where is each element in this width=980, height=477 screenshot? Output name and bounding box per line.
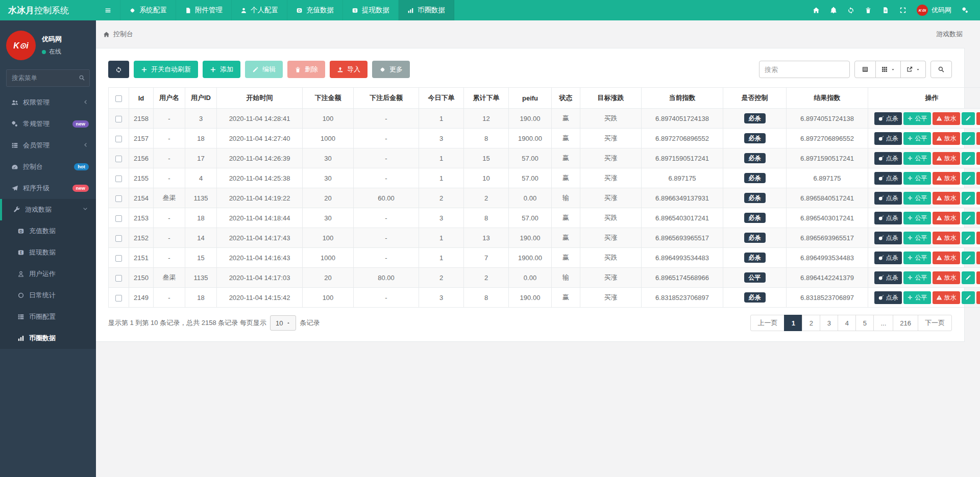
search-button[interactable] [930, 61, 952, 78]
row-checkbox[interactable] [115, 136, 122, 142]
delete-button[interactable] [976, 252, 980, 264]
page-3[interactable]: 3 [820, 315, 838, 331]
column-header[interactable]: 今日下单 [419, 88, 464, 109]
release-button[interactable]: 放水 [933, 152, 960, 165]
export-button[interactable] [901, 61, 926, 78]
page-216[interactable]: 216 [893, 315, 918, 331]
sidebar-item-withdraw-data[interactable]: t提现数据 [0, 242, 96, 263]
fair-button[interactable]: 公平 [903, 271, 931, 284]
delete-button[interactable] [976, 232, 980, 244]
refresh-button[interactable] [842, 0, 860, 20]
kill-button[interactable]: 点杀 [874, 132, 902, 145]
release-button[interactable]: 放水 [933, 172, 960, 185]
release-button[interactable]: 放水 [933, 212, 960, 224]
release-button[interactable]: 放水 [933, 291, 960, 304]
column-header[interactable]: 用户名 [154, 88, 185, 109]
breadcrumb[interactable]: 控制台 [103, 30, 133, 39]
sidebar-item-coin-data[interactable]: 币圈数据 [0, 328, 96, 349]
edit-button[interactable] [962, 112, 975, 125]
release-button[interactable]: 放水 [933, 252, 960, 264]
column-header[interactable]: 累计下单 [464, 88, 509, 109]
fair-button[interactable]: 公平 [903, 172, 931, 185]
column-header[interactable]: Id [129, 88, 154, 109]
document-button[interactable] [877, 0, 894, 20]
page-size-select[interactable]: 10 [270, 315, 296, 331]
sidebar-item-recharge-data[interactable]: D充值数据 [0, 220, 96, 242]
more-button[interactable]: 更多 [372, 61, 410, 78]
fair-button[interactable]: 公平 [903, 291, 931, 304]
row-checkbox[interactable] [115, 156, 122, 162]
fair-button[interactable]: 公平 [903, 252, 931, 264]
sidebar-item-daily-statistics[interactable]: 日常统计 [0, 285, 96, 306]
edit-button[interactable]: 编辑 [245, 61, 283, 78]
user-menu[interactable]: K⊙i优码网 [912, 5, 957, 16]
edit-button[interactable] [962, 271, 975, 284]
kill-button[interactable]: 点杀 [874, 212, 902, 224]
delete-button[interactable]: 删除 [287, 61, 325, 78]
column-header[interactable]: 用户ID [185, 88, 217, 109]
kill-button[interactable]: 点杀 [874, 291, 902, 304]
page-2[interactable]: 2 [802, 315, 820, 331]
delete-button[interactable] [976, 152, 980, 165]
kill-button[interactable]: 点杀 [874, 112, 902, 125]
fair-button[interactable]: 公平 [903, 212, 931, 224]
avatar[interactable]: K⊙i [6, 31, 36, 60]
row-checkbox[interactable] [115, 275, 122, 282]
sidebar-search-input[interactable] [6, 69, 90, 87]
delete-button[interactable] [976, 271, 980, 284]
page-1[interactable]: 1 [784, 315, 802, 331]
column-header[interactable]: 是否控制 [723, 88, 787, 109]
row-checkbox[interactable] [115, 295, 122, 302]
column-header[interactable]: 当前指数 [642, 88, 723, 109]
edit-button[interactable] [962, 232, 975, 244]
edit-button[interactable] [962, 152, 975, 165]
column-header[interactable]: 下注金额 [303, 88, 354, 109]
refresh-button[interactable] [108, 61, 129, 78]
select-all-checkbox[interactable] [109, 88, 129, 109]
release-button[interactable]: 放水 [933, 192, 960, 205]
fair-button[interactable]: 公平 [903, 192, 931, 205]
fair-button[interactable]: 公平 [903, 152, 931, 165]
sidebar-item-user-operation[interactable]: 用户运作 [0, 263, 96, 285]
home-button[interactable] [807, 0, 825, 20]
sidebar-item-console[interactable]: 控制台hot [0, 156, 96, 178]
kill-button[interactable]: 点杀 [874, 232, 902, 244]
sidebar-item-permission-management[interactable]: 权限管理 [0, 92, 96, 113]
page-next[interactable]: 下一页 [918, 315, 952, 331]
column-header[interactable]: peifu [509, 88, 552, 109]
notifications-button[interactable] [825, 0, 842, 20]
import-button[interactable]: 导入 [330, 61, 368, 78]
sidebar-item-game-data[interactable]: 游戏数据 [0, 199, 96, 220]
columns-button[interactable] [876, 61, 901, 78]
nav-item-system-config[interactable]: 系统配置 [120, 0, 176, 20]
kill-button[interactable]: 点杀 [874, 192, 902, 205]
nav-item-menu-toggle[interactable] [96, 0, 120, 20]
nav-item-coin-data[interactable]: 币圈数据 [399, 0, 454, 20]
page-4[interactable]: 4 [838, 315, 856, 331]
edit-button[interactable] [962, 252, 975, 264]
release-button[interactable]: 放水 [933, 232, 960, 244]
kill-button[interactable]: 点杀 [874, 172, 902, 185]
fair-button[interactable]: 公平 [903, 132, 931, 145]
sidebar-item-coin-config[interactable]: 币圈配置 [0, 306, 96, 328]
toggle-pagination-button[interactable] [854, 61, 876, 78]
delete-button[interactable] [976, 132, 980, 145]
edit-button[interactable] [962, 132, 975, 145]
sidebar-item-member-management[interactable]: 会员管理 [0, 135, 96, 156]
column-header[interactable]: 目标涨跌 [580, 88, 642, 109]
page-prev[interactable]: 上一页 [750, 315, 785, 331]
sidebar-item-general-management[interactable]: 常规管理new [0, 113, 96, 135]
delete-button[interactable] [976, 192, 980, 205]
column-header[interactable]: 开始时间 [217, 88, 303, 109]
row-checkbox[interactable] [115, 235, 122, 242]
nav-item-withdraw-data[interactable]: t提现数据 [343, 0, 399, 20]
page-ellipsis[interactable]: ... [873, 315, 893, 331]
release-button[interactable]: 放水 [933, 112, 960, 125]
fair-button[interactable]: 公平 [903, 232, 931, 244]
nav-item-recharge-data[interactable]: D充值数据 [287, 0, 343, 20]
release-button[interactable]: 放水 [933, 271, 960, 284]
fair-button[interactable]: 公平 [903, 112, 931, 125]
column-header[interactable]: 状态 [552, 88, 580, 109]
column-header[interactable]: 下注后金额 [354, 88, 419, 109]
column-header[interactable]: 结果指数 [787, 88, 868, 109]
